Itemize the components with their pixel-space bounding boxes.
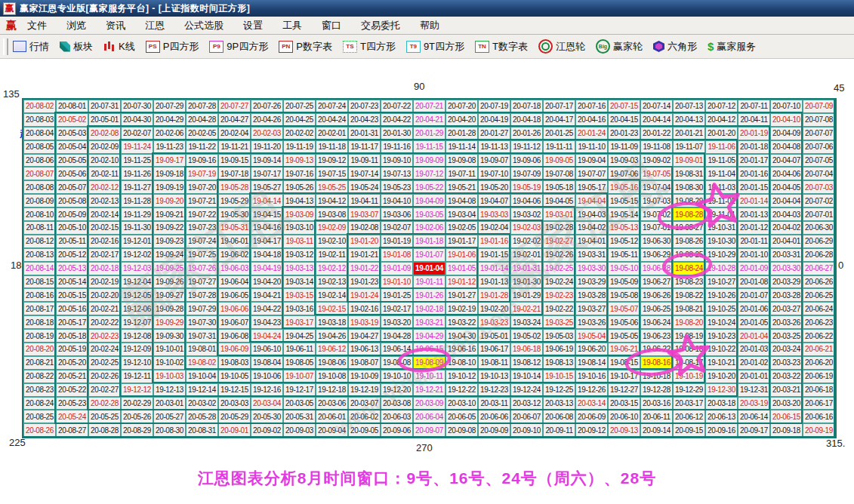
toolbar-p-square-button[interactable]: PS P四方形 — [146, 40, 199, 54]
date-cell-19-03-30[interactable]: 19-03-30 — [575, 262, 608, 275]
date-cell-20-08-15[interactable]: 20-08-15 — [23, 275, 56, 289]
date-cell-19-01-24[interactable]: 19-01-24 — [348, 288, 381, 302]
date-cell-20-06-30[interactable]: 20-06-30 — [803, 221, 835, 235]
toolbar-t-square-button[interactable]: TS T四方形 — [343, 40, 396, 54]
toolbar-hexagon-button[interactable]: 六角形 — [653, 40, 697, 54]
date-cell-19-04-24[interactable]: 19-04-24 — [251, 329, 283, 343]
date-cell-19-09-04[interactable]: 19-09-04 — [575, 154, 608, 167]
date-cell-20-02-16[interactable]: 20-02-16 — [88, 235, 121, 248]
date-cell-19-08-12[interactable]: 19-08-12 — [510, 356, 543, 370]
date-cell-19-12-20[interactable]: 19-12-20 — [381, 383, 413, 397]
date-cell-20-02-08[interactable]: 20-02-08 — [88, 127, 121, 140]
date-cell-20-07-27[interactable]: 20-07-27 — [218, 100, 251, 113]
date-cell-20-05-03[interactable]: 20-05-03 — [56, 127, 88, 140]
date-cell-19-02-22[interactable]: 19-02-22 — [543, 302, 575, 315]
date-cell-20-07-09[interactable]: 20-07-09 — [803, 100, 835, 113]
date-cell-20-01-06[interactable]: 20-01-06 — [738, 302, 770, 315]
date-cell-20-09-11[interactable]: 20-09-11 — [543, 423, 575, 437]
date-cell-19-05-26[interactable]: 19-05-26 — [283, 180, 316, 194]
date-cell-19-09-16[interactable]: 19-09-16 — [186, 154, 218, 167]
date-cell-19-01-22[interactable]: 19-01-22 — [348, 262, 381, 275]
date-cell-19-03-10[interactable]: 19-03-10 — [283, 221, 316, 235]
date-cell-19-07-20[interactable]: 19-07-20 — [186, 180, 218, 194]
date-cell-19-12-01[interactable]: 19-12-01 — [121, 235, 153, 248]
date-cell-20-05-05[interactable]: 20-05-05 — [56, 154, 88, 167]
date-cell-19-02-24[interactable]: 19-02-24 — [543, 275, 575, 289]
toolbar-gann-wheel-button[interactable]: 江恩轮 — [538, 39, 585, 54]
date-cell-19-09-21[interactable]: 19-09-21 — [153, 207, 186, 221]
date-cell-20-07-31[interactable]: 20-07-31 — [88, 100, 121, 113]
date-cell-19-12-11[interactable]: 19-12-11 — [121, 370, 153, 383]
date-cell-19-11-13[interactable]: 19-11-13 — [478, 140, 510, 154]
date-cell-19-02-23[interactable]: 19-02-23 — [543, 288, 575, 302]
date-cell-20-07-15[interactable]: 20-07-15 — [608, 100, 640, 113]
date-cell-19-04-06[interactable]: 19-04-06 — [510, 194, 543, 207]
date-cell-20-01-04[interactable]: 20-01-04 — [738, 329, 770, 343]
date-cell-20-05-28[interactable]: 20-05-28 — [186, 410, 218, 423]
date-cell-19-07-17[interactable]: 19-07-17 — [251, 167, 283, 180]
date-cell-19-03-03[interactable]: 19-03-03 — [478, 207, 510, 221]
date-cell-20-06-25[interactable]: 20-06-25 — [803, 288, 835, 302]
date-cell-20-01-27[interactable]: 20-01-27 — [478, 127, 510, 140]
date-cell-19-10-17[interactable]: 19-10-17 — [608, 370, 640, 383]
date-cell-20-07-26[interactable]: 20-07-26 — [251, 100, 283, 113]
date-cell-20-02-18[interactable]: 20-02-18 — [88, 262, 121, 275]
date-cell-19-01-13[interactable]: 19-01-13 — [478, 275, 510, 289]
menu-item-news[interactable]: 资讯 — [106, 19, 125, 32]
date-cell-19-09-24[interactable]: 19-09-24 — [153, 248, 186, 262]
date-cell-19-12-13[interactable]: 19-12-13 — [153, 383, 186, 397]
date-cell-20-04-12[interactable]: 20-04-12 — [705, 113, 738, 127]
date-cell-19-01-21[interactable]: 19-01-21 — [348, 248, 381, 262]
date-cell-20-08-26[interactable]: 20-08-26 — [23, 423, 56, 437]
date-cell-19-02-26[interactable]: 19-02-26 — [543, 248, 575, 262]
date-cell-19-01-25[interactable]: 19-01-25 — [381, 288, 413, 302]
date-cell-20-09-14[interactable]: 20-09-14 — [640, 423, 673, 437]
date-cell-19-05-20[interactable]: 19-05-20 — [478, 180, 510, 194]
date-cell-19-09-05[interactable]: 19-09-05 — [543, 154, 575, 167]
date-cell-19-07-15[interactable]: 19-07-15 — [316, 167, 348, 180]
menu-item-tools[interactable]: 工具 — [282, 19, 302, 32]
date-cell-19-04-15[interactable]: 19-04-15 — [251, 207, 283, 221]
date-cell-19-02-19[interactable]: 19-02-19 — [445, 302, 478, 315]
date-cell-19-06-23[interactable]: 19-06-23 — [640, 329, 673, 343]
date-cell-20-03-26[interactable]: 20-03-26 — [770, 315, 803, 329]
date-cell-19-04-18[interactable]: 19-04-18 — [251, 248, 283, 262]
date-cell-19-07-06[interactable]: 19-07-06 — [608, 167, 640, 180]
date-cell-19-07-31[interactable]: 19-07-31 — [186, 329, 218, 343]
date-cell-19-06-05[interactable]: 19-06-05 — [218, 288, 251, 302]
date-cell-20-01-19[interactable]: 20-01-19 — [738, 127, 770, 140]
date-cell-20-06-19[interactable]: 20-06-19 — [803, 370, 835, 383]
date-cell-20-03-24[interactable]: 20-03-24 — [770, 343, 803, 356]
date-cell-19-04-09[interactable]: 19-04-09 — [413, 194, 445, 207]
toolbar-kline-button[interactable]: K线 — [103, 40, 135, 54]
date-cell-19-06-29[interactable]: 19-06-29 — [640, 248, 673, 262]
date-cell-19-04-26[interactable]: 19-04-26 — [316, 329, 348, 343]
date-cell-19-02-12[interactable]: 19-02-12 — [316, 262, 348, 275]
date-cell-20-08-17[interactable]: 20-08-17 — [23, 302, 56, 315]
date-cell-19-12-09[interactable]: 19-12-09 — [121, 343, 153, 356]
date-cell-20-08-10[interactable]: 20-08-10 — [23, 207, 56, 221]
date-cell-19-07-19[interactable]: 19-07-19 — [186, 167, 218, 180]
date-cell-20-02-10[interactable]: 20-02-10 — [88, 154, 121, 167]
date-cell-20-08-23[interactable]: 20-08-23 — [23, 383, 56, 397]
date-cell-20-02-23[interactable]: 20-02-23 — [88, 329, 121, 343]
date-cell-19-10-02[interactable]: 19-10-02 — [153, 356, 186, 370]
date-cell-19-01-12[interactable]: 19-01-12 — [445, 275, 478, 289]
date-cell-20-07-18[interactable]: 20-07-18 — [510, 100, 543, 113]
date-cell-19-07-14[interactable]: 19-07-14 — [348, 167, 381, 180]
date-cell-20-08-21[interactable]: 20-08-21 — [23, 356, 56, 370]
date-cell-20-04-11[interactable]: 20-04-11 — [738, 113, 770, 127]
date-cell-19-03-26[interactable]: 19-03-26 — [575, 315, 608, 329]
date-cell-19-07-23[interactable]: 19-07-23 — [186, 221, 218, 235]
date-cell-19-06-11[interactable]: 19-06-11 — [283, 343, 316, 356]
date-cell-19-12-07[interactable]: 19-12-07 — [121, 315, 153, 329]
date-cell-20-04-21[interactable]: 20-04-21 — [413, 113, 445, 127]
date-cell-20-05-13[interactable]: 20-05-13 — [56, 262, 88, 275]
date-cell-19-10-26[interactable]: 19-10-26 — [705, 288, 738, 302]
date-cell-20-03-23[interactable]: 20-03-23 — [770, 356, 803, 370]
date-cell-19-07-28[interactable]: 19-07-28 — [186, 288, 218, 302]
date-cell-19-12-19[interactable]: 19-12-19 — [348, 383, 381, 397]
date-cell-20-01-13[interactable]: 20-01-13 — [738, 207, 770, 221]
date-cell-20-02-15[interactable]: 20-02-15 — [88, 221, 121, 235]
date-cell-19-01-16[interactable]: 19-01-16 — [478, 235, 510, 248]
